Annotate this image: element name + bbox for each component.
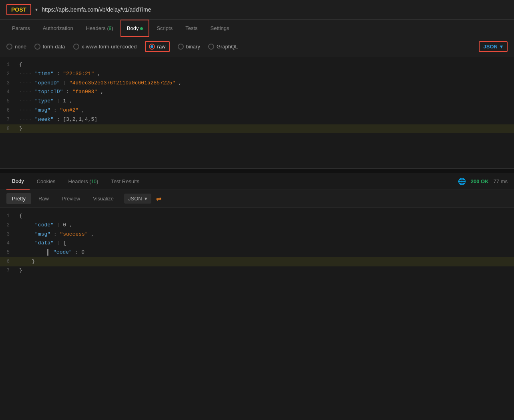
resp-code-line-4: 4 "data" : { bbox=[0, 239, 514, 248]
radio-binary[interactable]: binary bbox=[178, 44, 200, 50]
pretty-tab-pretty[interactable]: Pretty bbox=[6, 193, 31, 204]
status-info: 🌐 200 OK 77 ms bbox=[458, 178, 508, 185]
tab-body[interactable]: Body bbox=[120, 20, 150, 37]
response-area: Body Cookies Headers (10) Test Results 🌐… bbox=[0, 173, 514, 280]
radio-circle-urlencoded bbox=[73, 44, 79, 50]
url-input[interactable]: https://apis.bemfa.com/vb/delay/v1/addTi… bbox=[42, 6, 508, 13]
pretty-tab-visualize[interactable]: Visualize bbox=[87, 193, 119, 204]
response-format-dropdown[interactable]: JSON ▾ bbox=[124, 194, 151, 204]
resp-tab-cookies[interactable]: Cookies bbox=[31, 174, 61, 189]
code-line-7: 7 ···· "week" : [3,2,1,4,5] bbox=[0, 115, 514, 124]
tab-headers[interactable]: Headers (9) bbox=[80, 20, 119, 36]
indent-bar bbox=[47, 249, 48, 256]
status-code: 200 OK bbox=[471, 178, 489, 184]
request-tab-bar: Params Authorization Headers (9) Body Sc… bbox=[0, 20, 514, 37]
radio-circle-form-data bbox=[34, 44, 40, 50]
radio-raw[interactable]: raw bbox=[145, 41, 170, 52]
resp-tab-headers[interactable]: Headers (10) bbox=[63, 174, 104, 189]
resp-code-line-2: 2 "code" : 0 , bbox=[0, 221, 514, 230]
section-divider bbox=[0, 168, 514, 173]
resp-code-line-1: 1 { bbox=[0, 212, 514, 221]
body-active-dot bbox=[140, 27, 143, 30]
radio-circle-graphql bbox=[208, 44, 214, 50]
chevron-down-icon: ▾ bbox=[500, 44, 503, 50]
pretty-tab-preview[interactable]: Preview bbox=[56, 193, 86, 204]
tab-authorization[interactable]: Authorization bbox=[37, 20, 79, 36]
code-line-2: 2 ···· "time" : "22:30:21" , bbox=[0, 70, 514, 79]
code-line-8: 8 } bbox=[0, 124, 514, 134]
response-time: 77 ms bbox=[494, 178, 508, 184]
response-body-editor[interactable]: 1 { 2 "code" : 0 , 3 "msg" : "success" bbox=[0, 208, 514, 280]
tab-scripts[interactable]: Scripts bbox=[151, 20, 178, 36]
chevron-down-icon: ▾ bbox=[145, 196, 147, 202]
radio-circle-raw bbox=[149, 44, 155, 50]
method-badge[interactable]: POST bbox=[6, 4, 31, 15]
radio-none[interactable]: none bbox=[6, 44, 26, 50]
radio-form-data[interactable]: form-data bbox=[34, 44, 65, 50]
resp-code-line-5: 5 "code" : 0 bbox=[0, 248, 514, 257]
format-selector-dropdown[interactable]: JSON ▾ bbox=[479, 41, 508, 52]
code-line-3: 3 ···· "openID" : "4d9ec352e0376f2110a0c… bbox=[0, 79, 514, 88]
code-line-6: 6 ···· "msg" : "on#2" , bbox=[0, 106, 514, 115]
method-dropdown[interactable]: ▾ bbox=[35, 7, 38, 12]
resp-code-line-3: 3 "msg" : "success" , bbox=[0, 230, 514, 239]
resp-tab-test-results[interactable]: Test Results bbox=[105, 174, 145, 189]
radio-circle-binary bbox=[178, 44, 184, 50]
radio-graphql[interactable]: GraphQL bbox=[208, 44, 238, 50]
code-line-4: 4 ···· "topicID" : "fan003" , bbox=[0, 88, 514, 97]
tab-tests[interactable]: Tests bbox=[180, 20, 203, 36]
body-type-bar: none form-data x-www-form-urlencoded raw… bbox=[0, 37, 514, 56]
globe-icon: 🌐 bbox=[458, 178, 466, 185]
response-tab-bar: Body Cookies Headers (10) Test Results 🌐… bbox=[0, 173, 514, 190]
pretty-tab-raw[interactable]: Raw bbox=[33, 193, 54, 204]
wrap-icon[interactable]: ⇌ bbox=[156, 195, 161, 202]
code-line-1: 1 { bbox=[0, 60, 514, 70]
tab-settings[interactable]: Settings bbox=[205, 20, 235, 36]
resp-code-line-6: 6 } bbox=[0, 257, 514, 266]
pretty-bar: Pretty Raw Preview Visualize JSON ▾ ⇌ bbox=[0, 190, 514, 208]
radio-urlencoded[interactable]: x-www-form-urlencoded bbox=[73, 44, 137, 50]
url-bar: POST ▾ https://apis.bemfa.com/vb/delay/v… bbox=[0, 0, 514, 20]
request-body-editor[interactable]: 1 { 2 ···· "time" : "22:30:21" , 3 ···· … bbox=[0, 56, 514, 168]
tab-params[interactable]: Params bbox=[6, 20, 36, 36]
code-line-5: 5 ···· "type" : 1 , bbox=[0, 97, 514, 106]
radio-circle-none bbox=[6, 44, 12, 50]
resp-code-line-7: 7 } bbox=[0, 266, 514, 276]
resp-tab-body[interactable]: Body bbox=[6, 173, 30, 190]
